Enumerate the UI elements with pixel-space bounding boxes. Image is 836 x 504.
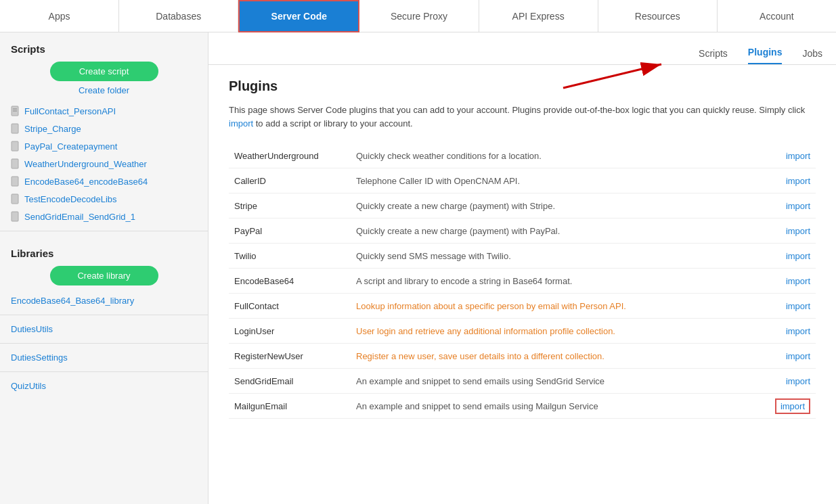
plugin-name: FullContact	[229, 294, 351, 319]
plugin-description: User login and retrieve any additional i…	[351, 319, 762, 344]
nav-server-code[interactable]: Server Code	[238, 0, 359, 32]
sidebar-item-encodelib[interactable]: EncodeBase64_Base64_library	[0, 292, 208, 309]
sidebar-divider-3	[0, 343, 208, 344]
create-folder-button[interactable]: Create folder	[79, 85, 129, 95]
import-link[interactable]: import	[786, 276, 810, 286]
svg-rect-7	[12, 194, 18, 204]
table-row: RegisterNewUserRegister a new user, save…	[229, 344, 816, 369]
libraries-section-title: Libraries	[0, 237, 208, 266]
nav-resources[interactable]: Resources	[598, 0, 718, 32]
plugin-import-cell: import	[762, 369, 816, 394]
nav-secure-proxy[interactable]: Secure Proxy	[359, 0, 479, 32]
table-row: PayPalQuickly create a new charge (payme…	[229, 219, 816, 244]
sidebar-item-fullcontact[interactable]: FullContact_PersonAPI	[0, 102, 208, 120]
import-link[interactable]: import	[775, 398, 810, 414]
sidebar-item-encodelib-label: EncodeBase64_Base64_library	[11, 296, 134, 306]
plugin-description: Telephone Caller ID with OpenCNAM API.	[351, 168, 762, 193]
plugin-description: Register a new user, save user details i…	[351, 344, 762, 369]
svg-line-10	[563, 64, 661, 88]
plugin-import-cell: import	[762, 394, 816, 419]
plugin-import-cell: import	[762, 344, 816, 369]
file-icon	[11, 106, 20, 116]
plugin-import-cell: import	[762, 193, 816, 219]
nav-account[interactable]: Account	[718, 0, 836, 32]
sidebar-item-encode[interactable]: EncodeBase64_encodeBase64	[0, 173, 208, 190]
sidebar-item-quizutils[interactable]: QuizUtils	[0, 377, 208, 394]
sub-nav: Scripts Plugins Jobs	[208, 32, 836, 65]
create-script-button[interactable]: Create script	[50, 62, 158, 81]
table-row: EncodeBase64A script and library to enco…	[229, 269, 816, 294]
import-link-text: import	[229, 118, 253, 129]
content-area: Scripts Plugins Jobs Plugins This page s…	[208, 32, 836, 504]
svg-rect-4	[12, 141, 18, 151]
sidebar-item-dutiesutils-label: DutiesUtils	[11, 324, 53, 334]
nav-apps[interactable]: Apps	[0, 0, 119, 32]
table-row: MailgunEmailAn example and snippet to se…	[229, 394, 816, 419]
nav-databases[interactable]: Databases	[119, 0, 238, 32]
plugin-name: WeatherUnderground	[229, 143, 351, 168]
sidebar-item-quizutils-label: QuizUtils	[11, 381, 46, 391]
sidebar-divider-2	[0, 315, 208, 315]
table-row: StripeQuickly create a new charge (payme…	[229, 193, 816, 219]
scripts-actions: Create script Create folder	[0, 62, 208, 102]
import-link[interactable]: import	[786, 351, 810, 361]
plugin-name: CallerID	[229, 168, 351, 193]
sidebar-item-weather[interactable]: WeatherUnderground_Weather	[0, 155, 208, 173]
import-link[interactable]: import	[786, 326, 810, 336]
sidebar-divider-4	[0, 371, 208, 372]
file-icon	[11, 193, 20, 204]
file-icon	[11, 123, 20, 134]
plugin-name: SendGridEmail	[229, 369, 351, 394]
create-library-button[interactable]: Create library	[50, 266, 158, 285]
table-row: LoginUserUser login and retrieve any add…	[229, 319, 816, 344]
sub-nav-plugins[interactable]: Plugins	[748, 47, 783, 64]
plugin-description: Quickly send SMS message with Twilio.	[351, 244, 762, 269]
plugin-import-cell: import	[762, 269, 816, 294]
sidebar-item-paypal[interactable]: PayPal_Createpayment	[0, 137, 208, 155]
import-link[interactable]: import	[786, 301, 810, 311]
sub-nav-scripts[interactable]: Scripts	[699, 48, 728, 64]
file-icon	[11, 211, 20, 222]
sidebar-item-dutiesutils[interactable]: DutiesUtils	[0, 321, 208, 338]
sidebar-item-sendgrid[interactable]: SendGridEmail_SendGrid_1	[0, 208, 208, 225]
plugin-description: An example and snippet to send emails us…	[351, 369, 762, 394]
import-link[interactable]: import	[786, 176, 810, 186]
plugin-import-cell: import	[762, 294, 816, 319]
plugin-name: Twilio	[229, 244, 351, 269]
sidebar-item-encode-label: EncodeBase64_encodeBase64	[24, 177, 148, 187]
libraries-actions: Create library	[0, 266, 208, 292]
nav-api-express[interactable]: API Express	[479, 0, 598, 32]
annotation-arrow	[556, 58, 692, 91]
sidebar-item-dutiessettings[interactable]: DutiesSettings	[0, 349, 208, 366]
import-link[interactable]: import	[786, 226, 810, 236]
scripts-section-title: Scripts	[0, 32, 208, 62]
plugin-description: Quickly create a new charge (payment) wi…	[351, 193, 762, 219]
sidebar-item-paypal-label: PayPal_Createpayment	[24, 141, 117, 152]
plugin-name: MailgunEmail	[229, 394, 351, 419]
sidebar-item-stripe-label: Stripe_Charge	[24, 124, 81, 134]
sidebar-item-test[interactable]: TestEncodeDecodeLibs	[0, 190, 208, 208]
sidebar-divider	[0, 231, 208, 231]
plugin-description: A script and library to encode a string …	[351, 269, 762, 294]
plugin-import-cell: import	[762, 143, 816, 168]
import-link[interactable]: import	[786, 201, 810, 211]
file-icon	[11, 158, 20, 169]
import-link[interactable]: import	[786, 251, 810, 261]
sub-nav-jobs[interactable]: Jobs	[802, 48, 822, 64]
plugin-description: An example and snippet to send emails us…	[351, 394, 762, 419]
plugin-description: This page shows Server Code plugins that…	[229, 104, 816, 130]
plugin-name: RegisterNewUser	[229, 344, 351, 369]
plugin-import-cell: import	[762, 319, 816, 344]
table-row: SendGridEmailAn example and snippet to s…	[229, 369, 816, 394]
plugin-name: PayPal	[229, 219, 351, 244]
import-link[interactable]: import	[786, 376, 810, 386]
import-link[interactable]: import	[786, 151, 810, 161]
plugin-title: Plugins	[229, 78, 816, 94]
svg-rect-5	[12, 159, 18, 168]
svg-rect-3	[12, 124, 18, 133]
sidebar-item-dutiessettings-label: DutiesSettings	[11, 352, 68, 363]
plugin-import-cell: import	[762, 244, 816, 269]
table-row: WeatherUndergroundQuickly check weather …	[229, 143, 816, 168]
top-nav: Apps Databases Server Code Secure Proxy …	[0, 0, 836, 32]
sidebar-item-stripe[interactable]: Stripe_Charge	[0, 120, 208, 137]
